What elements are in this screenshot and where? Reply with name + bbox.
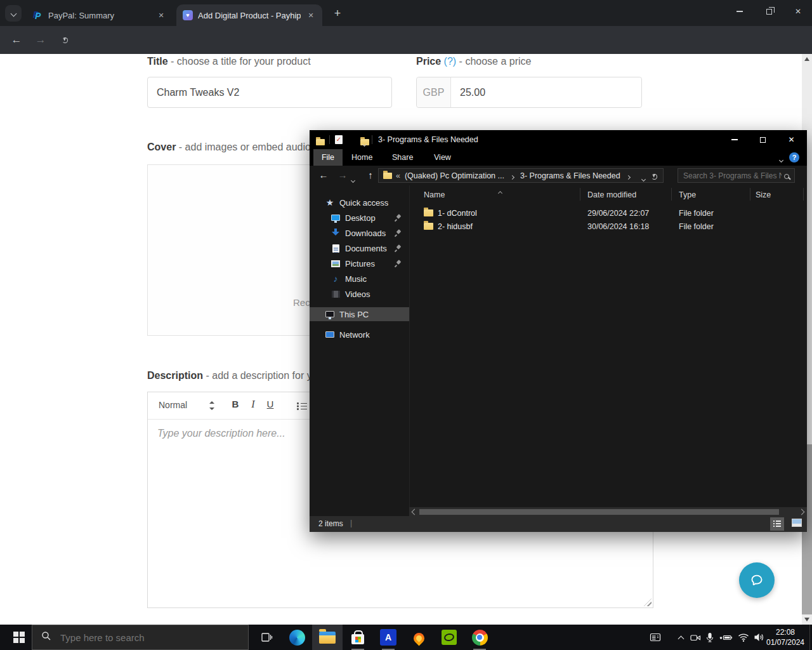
explorer-close-button[interactable]: ✕ <box>777 130 806 149</box>
task-view-button[interactable] <box>254 625 279 650</box>
browser-restore-button[interactable] <box>754 0 783 23</box>
edge-icon <box>289 630 305 646</box>
new-tab-button[interactable]: + <box>330 6 345 21</box>
product-price-input[interactable] <box>451 77 641 107</box>
ribbon-expand-icon[interactable] <box>780 155 783 164</box>
recent-locations-icon[interactable] <box>351 173 355 185</box>
ribbon-tab-file[interactable]: File <box>313 149 343 166</box>
italic-button[interactable]: I <box>246 399 260 410</box>
sidebar-item-this-pc[interactable]: This PC <box>310 307 409 321</box>
nav-forward-button[interactable]: → <box>336 169 349 182</box>
horizontal-scrollbar[interactable] <box>409 507 807 516</box>
sidebar-item-desktop[interactable]: Desktop <box>310 211 409 225</box>
column-header-size[interactable]: Size <box>756 190 771 199</box>
column-header-type[interactable]: Type <box>679 190 696 199</box>
meet-now-icon[interactable] <box>688 625 703 650</box>
show-desktop-button[interactable] <box>809 625 812 650</box>
nav-back-button[interactable]: ← <box>317 169 330 182</box>
browser-minimize-button[interactable] <box>725 0 754 23</box>
paragraph-style-select[interactable]: Normal <box>159 400 187 410</box>
tab-payhip-active[interactable]: ♥ Add Digital Product - Payhip ✕ <box>176 4 322 26</box>
taskbar-app-flame[interactable] <box>403 625 434 650</box>
reload-button[interactable] <box>57 32 72 48</box>
taskbar-app-file-explorer[interactable] <box>312 625 343 650</box>
tab-search-button[interactable] <box>5 5 22 22</box>
breadcrumb-current[interactable]: 3- Programs & Files Needed <box>520 171 620 180</box>
ribbon-tab-view[interactable]: View <box>434 149 451 166</box>
breadcrumb-bar[interactable]: « (Quaked) Pc Optimization ... 3- Progra… <box>378 168 664 183</box>
scroll-up-icon[interactable] <box>804 57 809 61</box>
nav-up-button[interactable]: ↑ <box>364 169 377 182</box>
details-view-button[interactable] <box>770 517 784 531</box>
explorer-search-box[interactable] <box>678 168 795 183</box>
product-title-input[interactable] <box>147 77 392 108</box>
network-icon <box>325 329 335 340</box>
taskbar-clock[interactable]: 22:08 01/07/2024 <box>765 627 806 647</box>
taskbar-app-nvidia[interactable] <box>434 625 464 650</box>
taskbar-app-edge[interactable] <box>282 625 312 650</box>
tab-close-icon[interactable]: ✕ <box>156 10 166 20</box>
file-name[interactable]: 1- dControl <box>438 209 477 218</box>
downloads-icon <box>331 228 341 238</box>
underline-button[interactable]: U <box>263 399 277 409</box>
bullet-list-button[interactable] <box>297 402 307 409</box>
breadcrumb-parent[interactable]: (Quaked) Pc Optimization ... <box>405 171 504 180</box>
help-chat-button[interactable] <box>739 562 775 598</box>
ribbon-tab-home[interactable]: Home <box>351 149 372 166</box>
forward-button[interactable]: → <box>33 32 48 48</box>
description-placeholder[interactable]: Type your description here... <box>157 428 285 439</box>
battery-charging-icon[interactable] <box>717 625 735 650</box>
tab-close-icon[interactable]: ✕ <box>306 10 316 20</box>
start-button[interactable] <box>6 625 32 650</box>
breadcrumb-overflow-icon[interactable]: « <box>396 171 400 180</box>
explorer-minimize-button[interactable] <box>720 130 749 149</box>
taskbar-app-blue-a[interactable]: A <box>373 625 403 650</box>
ribbon-tab-share[interactable]: Share <box>392 149 413 166</box>
file-name[interactable]: 2- hidusbf <box>438 222 473 231</box>
refresh-icon[interactable] <box>652 173 657 182</box>
sidebar-item-network[interactable]: Network <box>310 328 409 342</box>
sidebar-item-pictures[interactable]: Pictures <box>310 256 409 270</box>
sidebar-item-music[interactable]: ♪ Music <box>310 272 409 286</box>
column-header-date-modified[interactable]: Date modified <box>587 190 636 199</box>
textarea-resize-handle[interactable] <box>644 599 652 606</box>
address-dropdown-icon[interactable] <box>642 174 645 183</box>
scrollbar-thumb[interactable] <box>419 509 779 515</box>
wifi-icon[interactable] <box>736 625 751 650</box>
scroll-left-icon[interactable] <box>412 509 418 515</box>
sidebar-item-videos[interactable]: Videos <box>310 287 409 301</box>
clock-time: 22:08 <box>765 627 806 637</box>
properties-icon[interactable]: ✓ <box>335 135 343 144</box>
quick-access-toolbar-dropdown-icon[interactable] <box>363 137 366 149</box>
folder-icon <box>424 209 433 216</box>
search-icon[interactable] <box>784 170 789 182</box>
scroll-down-icon[interactable] <box>804 618 809 621</box>
explorer-maximize-button[interactable] <box>749 130 777 149</box>
news-and-interests-icon[interactable] <box>646 625 665 650</box>
volume-icon[interactable] <box>751 625 766 650</box>
sidebar-item-quick-access[interactable]: ★ Quick access <box>310 196 409 209</box>
back-button[interactable]: ← <box>9 32 24 48</box>
taskbar-search-input[interactable] <box>59 632 248 644</box>
large-icons-view-button[interactable] <box>792 519 802 527</box>
taskbar-app-chrome[interactable] <box>464 625 495 650</box>
price-help-link[interactable]: (?) <box>444 56 457 67</box>
explorer-search-input[interactable] <box>678 171 784 180</box>
file-row[interactable]: 2- hidusbf 30/06/2024 16:18 File folder <box>410 220 802 234</box>
sidebar-item-downloads[interactable]: Downloads <box>310 226 409 240</box>
file-row[interactable]: 1- dControl 29/06/2024 22:07 File folder <box>410 207 802 220</box>
microphone-icon[interactable] <box>703 625 717 650</box>
pin-icon <box>395 260 402 267</box>
scroll-right-icon[interactable] <box>799 509 805 515</box>
bold-button[interactable]: B <box>228 399 242 409</box>
tab-paypal[interactable]: P P PayPal: Summary ✕ <box>27 4 173 26</box>
browser-close-button[interactable]: ✕ <box>783 0 812 23</box>
hidden-icons-chevron-icon[interactable] <box>674 625 688 650</box>
sidebar-item-documents[interactable]: Documents <box>310 241 409 255</box>
explorer-help-icon[interactable]: ? <box>789 152 799 162</box>
column-header-name[interactable]: Name <box>424 190 445 199</box>
taskbar-search-box[interactable] <box>32 625 249 650</box>
taskbar-app-microsoft-store[interactable] <box>343 625 373 650</box>
explorer-titlebar[interactable]: ✓ 3- Programs & Files Needed ✕ <box>310 130 807 149</box>
currency-prefix: GBP <box>417 77 451 107</box>
